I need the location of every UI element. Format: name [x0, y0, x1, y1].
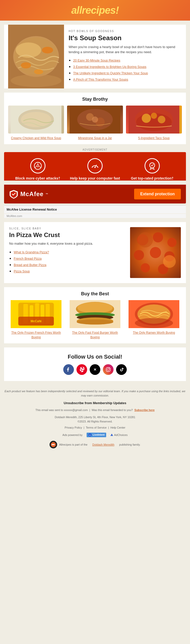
- speedometer-icon: [91, 162, 99, 170]
- mcafee-feature-3: Get top-rated protection†: [124, 158, 181, 181]
- mcafee-feature-2: Help keep your computer fast: [66, 158, 123, 181]
- help-center-link[interactable]: Help Center: [110, 426, 125, 429]
- buy-grid: McCafé The Only Frozen French Fries Wort…: [8, 300, 182, 339]
- buy-link-2[interactable]: The Only Fast Food Burger Worth Buying: [72, 331, 118, 339]
- buy-item-1: McCafé The Only Frozen French Fries Wort…: [8, 300, 64, 339]
- buy-link-1[interactable]: The Only Frozen French Fries Worth Buyin…: [11, 331, 61, 339]
- privacy-policy-link[interactable]: Privacy Policy: [65, 426, 82, 429]
- subscribe-link[interactable]: Subscribe here: [134, 408, 154, 412]
- svg-point-58: [107, 369, 109, 371]
- svg-point-6: [14, 37, 58, 76]
- soup-content-row: HOT BOWLS OF GOODNESS It's Soup Season W…: [8, 25, 182, 89]
- footer-copyright: ©2023. All Rights Reserved.: [4, 419, 186, 424]
- mcafee-text-2: Help keep your computer fast: [66, 176, 123, 181]
- biohazard-icon: [34, 162, 42, 170]
- pizza-link-4[interactable]: Pizza Soup: [14, 270, 30, 273]
- brothy-image-1: [8, 106, 64, 134]
- footer-email-sent: This email was sent to xxxxxx@gmail.com: [35, 408, 88, 412]
- brothy-link-3[interactable]: 5-Ingredient Taco Soup: [138, 136, 170, 140]
- unsubscribe-link[interactable]: Unsubscribe from Membership Updates: [64, 401, 126, 405]
- liveintent-icon: Li: [88, 433, 92, 437]
- buy-image-3: [126, 300, 182, 328]
- brothy-image-3: [126, 106, 182, 134]
- footer-forwarded: Was this email forwarded to you?: [92, 408, 133, 412]
- ad-label: ADVERTISEMENT: [0, 148, 190, 151]
- soup-link-1[interactable]: 20 Easy 30-Minute Soup Recipes: [73, 59, 120, 62]
- mcafee-icon-circle-3: [145, 158, 160, 173]
- header: allrecipes!: [0, 0, 190, 21]
- pizza-link-3[interactable]: Bread and Butter Pizza: [14, 263, 46, 267]
- burger-svg: [67, 300, 123, 328]
- x-icon: ✕: [93, 368, 97, 372]
- dotdash-meredith-link[interactable]: Dotdash Meredith: [92, 443, 114, 446]
- liveintent-text: LiveIntent: [93, 433, 105, 436]
- dotdash-suffix: publishing family.: [119, 443, 140, 446]
- buy-link-3[interactable]: The Only Ramen Worth Buying: [133, 331, 175, 334]
- pizza-image: [130, 227, 181, 278]
- pizza-link-1[interactable]: What Is Grandma Pizza?: [14, 251, 49, 254]
- brothy-item-2: Minestrone Soup in a Jar: [67, 106, 123, 140]
- facebook-icon: [66, 367, 71, 372]
- adchoices: i AdChoices: [110, 433, 128, 436]
- x-button[interactable]: ✕: [90, 364, 100, 375]
- mcafee-text-3: Get top-rated protection†: [124, 176, 181, 181]
- brothy-section: Stay Brothy Creamy Chicken and Wild Rice…: [4, 93, 186, 144]
- mcafee-icon-circle-1: [30, 158, 45, 173]
- buy-item-3: The Only Ramen Worth Buying: [126, 300, 182, 339]
- svg-point-65: [52, 444, 53, 445]
- medal-icon: [148, 162, 156, 170]
- adchoices-icon: i: [110, 433, 113, 436]
- list-item: 20 Easy 30-Minute Soup Recipes: [73, 58, 177, 63]
- brothy-svg-3: [126, 106, 182, 134]
- mcafee-icon-circle-2: [87, 158, 103, 173]
- list-item: French Bread Pizza: [14, 256, 126, 261]
- footer-disclaimer: Each product we feature has been indepen…: [4, 389, 186, 398]
- footer-address: Dotdash Meredith, 225 Liberty St, 4th Fl…: [4, 415, 186, 424]
- mcafee-icons-row: Block more cyber attacks† Help keep your…: [9, 158, 181, 181]
- svg-point-19: [142, 114, 151, 123]
- instagram-button[interactable]: [103, 364, 114, 375]
- pizza-label: SLICE, SLICE BABY: [9, 227, 126, 230]
- list-item: What Is Grandma Pizza?: [14, 250, 126, 254]
- list-item: The Unlikely Ingredient to Quickly Thick…: [73, 71, 177, 75]
- soup-link-4[interactable]: A Pinch of This Transforms Your Soups: [73, 78, 128, 81]
- mcafee-notice-text: McAfee License Renewal Notice: [7, 208, 57, 211]
- pinterest-button[interactable]: [76, 364, 87, 375]
- mcafee-bottom: McAfee ™ Extend protection: [4, 185, 186, 203]
- ads-powered-text: Ads powered by: [62, 433, 83, 436]
- fries-svg: McCafé: [8, 300, 64, 328]
- svg-point-52: [77, 319, 113, 325]
- soup-section: HOT BOWLS OF GOODNESS It's Soup Season W…: [4, 25, 186, 89]
- soup-description: When you're craving a hearty bowl of sou…: [69, 45, 177, 54]
- terms-link[interactable]: Terms of Service: [86, 426, 107, 429]
- pizza-section: SLICE, SLICE BABY In Pizza We Crust No m…: [4, 222, 186, 283]
- mcafee-trademark: ™: [45, 193, 48, 196]
- pizza-title: In Pizza We Crust: [9, 231, 126, 239]
- tiktok-icon: [119, 367, 124, 372]
- soup-link-3[interactable]: The Unlikely Ingredient to Quickly Thick…: [73, 71, 148, 75]
- soup-text-content: HOT BOWLS OF GOODNESS It's Soup Season W…: [64, 25, 182, 89]
- brothy-title: Stay Brothy: [8, 97, 182, 102]
- brothy-image-2: [67, 106, 123, 134]
- svg-point-28: [137, 234, 148, 245]
- brothy-grid: Creamy Chicken and Wild Rice Soup Minest…: [8, 106, 182, 140]
- instagram-icon: [106, 367, 111, 372]
- extend-protection-button[interactable]: Extend protection: [134, 189, 181, 199]
- pizza-description: No matter how you make it, everyone love…: [9, 241, 126, 246]
- footer-links: Privacy Policy | Terms of Service | Help…: [4, 426, 186, 429]
- pizza-content: SLICE, SLICE BABY In Pizza We Crust No m…: [9, 227, 126, 275]
- facebook-button[interactable]: [63, 364, 74, 375]
- svg-point-25: [150, 163, 155, 168]
- brothy-item-1: Creamy Chicken and Wild Rice Soup: [8, 106, 64, 140]
- soup-link-2[interactable]: 3 Essential Ingredients to Brighten Up B…: [73, 65, 146, 69]
- social-icons-row: ✕: [9, 364, 181, 375]
- ramen-svg: [126, 300, 182, 328]
- brothy-link-2[interactable]: Minestrone Soup in a Jar: [78, 136, 112, 140]
- brothy-link-1[interactable]: Creamy Chicken and Wild Rice Soup: [11, 136, 61, 140]
- buy-title: Buy the Best: [8, 291, 182, 297]
- pizza-link-2[interactable]: French Bread Pizza: [14, 257, 42, 260]
- list-item: Pizza Soup: [14, 269, 126, 273]
- adchoices-text: AdChoices: [114, 433, 128, 436]
- tiktok-button[interactable]: [116, 364, 127, 375]
- list-item: Bread and Butter Pizza: [14, 262, 126, 267]
